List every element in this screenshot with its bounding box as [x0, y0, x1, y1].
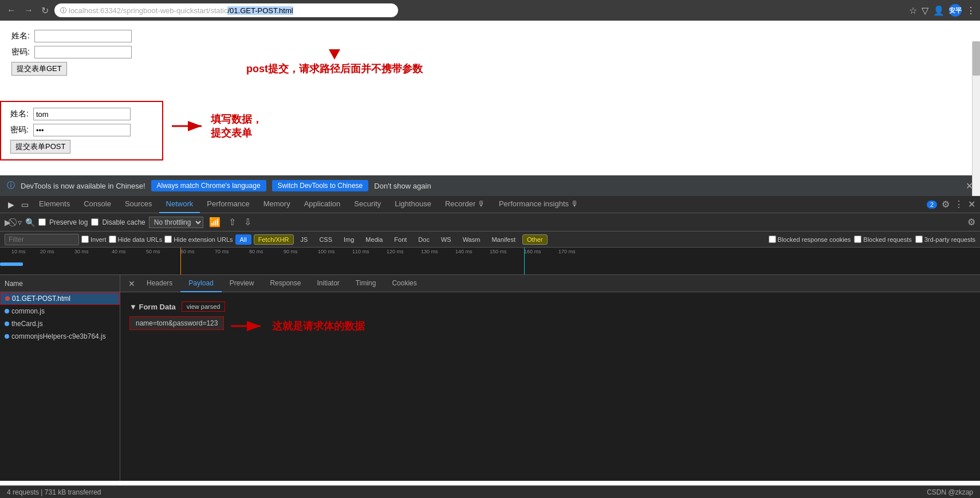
view-parsed-btn[interactable]: view parsed: [182, 301, 226, 312]
lock-icon: ⓘ: [60, 6, 66, 15]
scrollbar-thumb[interactable]: [973, 41, 980, 76]
detail-close-btn[interactable]: ✕: [125, 279, 139, 288]
filter-text-input[interactable]: [5, 234, 79, 245]
device-icon[interactable]: ▭: [18, 200, 32, 209]
pwd-input-2[interactable]: [33, 124, 131, 136]
download-icon[interactable]: ⇩: [242, 217, 254, 228]
forward-btn[interactable]: →: [22, 4, 36, 17]
invert-checkbox[interactable]: [81, 236, 89, 243]
switch-chinese-btn[interactable]: Switch DevTools to Chinese: [272, 180, 369, 191]
tab-security[interactable]: Security: [347, 196, 388, 213]
form-section-2: 姓名: 密码: 提交表单POST: [0, 101, 163, 160]
devtools-notification-bar: ⓘ DevTools is now available in Chinese! …: [0, 175, 980, 196]
address-bar[interactable]: ⓘ localhost:63342/springboot-web-quickst…: [54, 3, 398, 17]
file-item-1[interactable]: common.js: [0, 305, 120, 317]
filter-ws-btn[interactable]: WS: [436, 234, 456, 245]
tab-application[interactable]: Application: [297, 196, 348, 213]
form-data-header: ▼ Form Data view parsed: [129, 301, 971, 312]
preserve-log-checkbox[interactable]: [38, 218, 46, 226]
file-item-3[interactable]: commonjsHelpers-c9e3b764.js: [0, 330, 120, 343]
tab-elements[interactable]: Elements: [32, 196, 77, 213]
detail-content: ▼ Form Data view parsed name=tom&passwor…: [120, 292, 980, 342]
inspect-icon[interactable]: ▶: [5, 200, 18, 209]
extensions-icon[interactable]: ▽: [922, 5, 928, 16]
settings-icon[interactable]: ⚙: [942, 199, 950, 210]
filter-gear-icon[interactable]: ⚙: [967, 217, 975, 228]
hide-data-urls-checkbox[interactable]: [109, 236, 116, 243]
blocked-cookies-checkbox[interactable]: [769, 236, 776, 243]
tab-response[interactable]: Response: [262, 275, 309, 292]
more-icon[interactable]: ⋮: [954, 199, 963, 210]
scrollbar-right[interactable]: [972, 41, 980, 196]
search-icon[interactable]: 🔍: [25, 218, 35, 227]
avatar[interactable]: 安平: [949, 4, 962, 17]
filter-wasm-btn[interactable]: Wasm: [458, 234, 485, 245]
match-language-btn[interactable]: Always match Chrome's language: [151, 180, 266, 191]
disable-cache-label: Disable cache: [102, 218, 145, 226]
status-right: CSDN @zkzap: [927, 488, 973, 496]
tab-lighthouse[interactable]: Lighthouse: [388, 196, 438, 213]
invert-label: Invert: [90, 236, 107, 243]
file-name-2: theCard.js: [11, 320, 43, 328]
file-item-0[interactable]: 01.GET-POST.html: [0, 292, 120, 305]
filter-img-btn[interactable]: Img: [339, 234, 359, 245]
filter-css-btn[interactable]: CSS: [314, 234, 337, 245]
profile-icon[interactable]: 👤: [933, 5, 944, 16]
throttle-select[interactable]: No throttling: [149, 217, 203, 228]
back-btn[interactable]: ←: [5, 4, 18, 17]
disable-cache-checkbox[interactable]: [91, 218, 99, 226]
wifi-icon[interactable]: 📶: [207, 217, 223, 228]
menu-icon[interactable]: ⋮: [966, 5, 975, 16]
tick-120ms: 120 ms: [387, 249, 404, 254]
dont-show-again-btn[interactable]: Don't show again: [374, 182, 431, 190]
pwd-label-2: 密码:: [10, 125, 33, 135]
bookmark-star-icon[interactable]: ☆: [909, 5, 917, 16]
submit-get-btn[interactable]: 提交表单GET: [11, 62, 67, 76]
tick-30ms: 30 ms: [74, 249, 89, 254]
record-icon[interactable]: ▶: [5, 218, 11, 227]
tab-recorder[interactable]: Recorder 🎙: [438, 196, 492, 213]
name-input-2[interactable]: [33, 108, 131, 120]
hide-ext-urls-checkbox[interactable]: [164, 236, 172, 243]
tab-memory[interactable]: Memory: [257, 196, 297, 213]
filter-js-btn[interactable]: JS: [296, 234, 313, 245]
filter-manifest-btn[interactable]: Manifest: [487, 234, 520, 245]
tab-sources[interactable]: Sources: [118, 196, 159, 213]
refresh-btn[interactable]: ↻: [39, 4, 51, 17]
filter-doc-btn[interactable]: Doc: [414, 234, 434, 245]
tab-payload[interactable]: Payload: [180, 275, 221, 292]
filter-all-btn[interactable]: All: [235, 234, 251, 245]
annotation-area-2: 填写数据， 提交表单: [172, 112, 262, 140]
filter-icon[interactable]: ▿: [18, 218, 22, 227]
badge-count: 2: [927, 201, 937, 209]
tab-headers[interactable]: Headers: [139, 275, 180, 292]
filter-other-btn[interactable]: Other: [522, 234, 548, 245]
file-color-indicator-2: [5, 321, 9, 326]
hide-data-urls-label: Hide data URLs: [118, 236, 163, 243]
tick-100ms: 100 ms: [318, 249, 335, 254]
tab-performance[interactable]: Performance: [200, 196, 256, 213]
info-icon: ⓘ: [7, 181, 15, 191]
tick-110ms: 110 ms: [352, 249, 369, 254]
third-party-checkbox[interactable]: [915, 236, 923, 243]
tick-50ms: 50 ms: [146, 249, 160, 254]
tab-initiator[interactable]: Initiator: [309, 275, 347, 292]
tab-timing[interactable]: Timing: [348, 275, 384, 292]
tab-network[interactable]: Network: [159, 196, 200, 213]
filter-font-btn[interactable]: Font: [389, 234, 411, 245]
upload-icon[interactable]: ⇧: [226, 217, 238, 228]
filter-media-btn[interactable]: Media: [361, 234, 387, 245]
submit-post-btn[interactable]: 提交表单POST: [10, 140, 70, 154]
filter-fetch-xhr-btn[interactable]: Fetch/XHR: [254, 234, 294, 245]
tab-cookies[interactable]: Cookies: [384, 275, 424, 292]
close-devtools-btn[interactable]: ✕: [968, 199, 975, 210]
tab-performance-insights[interactable]: Performance insights 🎙: [492, 196, 585, 213]
tab-preview[interactable]: Preview: [222, 275, 262, 292]
blocked-requests-checkbox[interactable]: [854, 236, 861, 243]
right-arrow-icon: [172, 117, 206, 135]
file-list-pane: Name 01.GET-POST.html common.js theCard.…: [0, 275, 120, 481]
pwd-input-1[interactable]: [34, 46, 132, 58]
file-item-2[interactable]: theCard.js: [0, 317, 120, 330]
tab-console[interactable]: Console: [77, 196, 118, 213]
name-input-1[interactable]: [34, 30, 132, 42]
